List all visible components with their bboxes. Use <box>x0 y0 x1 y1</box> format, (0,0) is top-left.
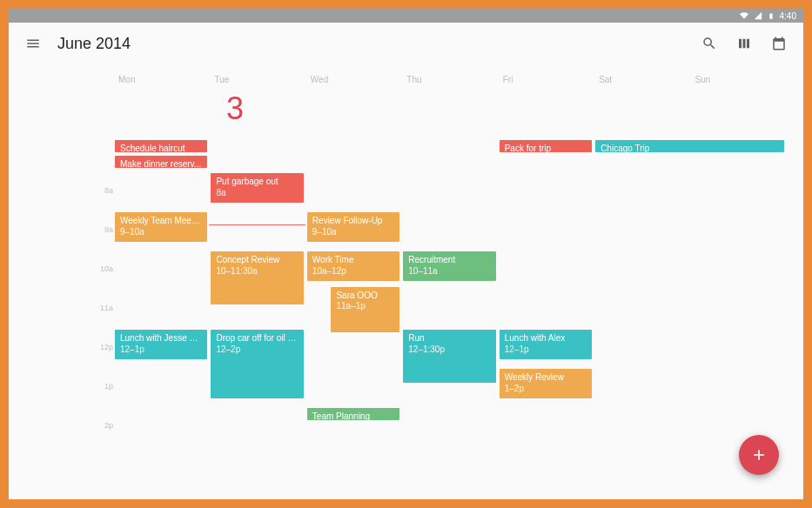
calendar-event[interactable]: Weekly Review1–2p <box>500 369 592 398</box>
day-header: Thu <box>401 75 497 84</box>
wifi-icon <box>740 11 748 20</box>
event-time: 10a–12p <box>312 266 394 277</box>
status-bar: 4:40 <box>9 9 803 23</box>
calendar-event[interactable]: Review Follow-Up9–10a <box>307 212 399 242</box>
view-columns-icon <box>736 36 752 51</box>
event-time: 11a–1p <box>336 301 394 312</box>
event-title: Make dinner reserv... <box>120 159 202 168</box>
time-label: 12p <box>89 343 113 382</box>
calendar-event[interactable]: Lunch with Alex12–1p <box>500 330 592 359</box>
calendar-event[interactable]: Recruitment10–11a <box>403 251 495 281</box>
event-time: 12–2p <box>216 344 298 356</box>
page-title: June 2014 <box>57 35 131 53</box>
calendar-event[interactable]: Put garbage out8a <box>211 173 303 203</box>
event-title: Run <box>408 333 490 344</box>
calendar-event[interactable]: Lunch with Jesse & A...12–1p <box>115 330 207 359</box>
calendar-event[interactable]: Chicago Trip <box>595 140 784 152</box>
day-header: Mon <box>113 75 209 84</box>
event-time: 9–10a <box>312 227 394 238</box>
event-time: 8a <box>216 188 298 199</box>
calendar-event[interactable]: Concept Review10–11:30a <box>211 251 303 304</box>
time-label: 2p <box>89 421 113 460</box>
time-label: 1p <box>89 382 113 421</box>
event-time: 1–2p <box>505 384 587 395</box>
calendar-event[interactable]: Sara OOO11a–1p <box>331 287 399 332</box>
hamburger-icon <box>25 36 41 51</box>
event-title: Concept Review <box>216 255 298 266</box>
plus-icon <box>750 446 768 464</box>
calendar-event[interactable]: Team Planning <box>307 408 399 420</box>
calendar-event[interactable]: Drop car off for oil change12–2p <box>211 330 303 398</box>
event-time: 9–10a <box>120 227 202 238</box>
event-title: Weekly Team Meeting <box>120 216 202 227</box>
day-header: Fri <box>498 75 594 84</box>
battery-icon <box>768 11 775 21</box>
event-time: 10–11:30a <box>216 266 298 277</box>
calendar-event[interactable]: Weekly Team Meeting9–10a <box>115 212 207 242</box>
event-time: 12–1p <box>120 344 202 356</box>
calendar-icon <box>771 36 787 51</box>
day-header: Sun <box>690 75 786 84</box>
time-label: 8a <box>89 186 113 225</box>
day-header: Tue <box>209 75 305 84</box>
event-time: 12–1p <box>505 344 587 356</box>
event-title: Sara OOO <box>336 291 394 302</box>
create-event-fab[interactable] <box>739 435 779 475</box>
view-columns-button[interactable] <box>734 33 755 54</box>
search-icon <box>701 36 717 51</box>
day-header: Wed <box>305 75 401 84</box>
calendar-grid[interactable]: MonTueWedThuFriSatSun 3 8a9a10a11a12p1p2… <box>9 64 803 499</box>
calendar-event[interactable]: Make dinner reserv... <box>115 156 207 168</box>
calendar-event[interactable]: Run12–1:30p <box>403 330 495 383</box>
day-header: Sat <box>594 75 689 84</box>
search-button[interactable] <box>699 33 720 54</box>
today-button[interactable] <box>768 33 789 54</box>
time-label: 10a <box>89 264 113 304</box>
time-labels: 8a9a10a11a12p1p2p <box>89 186 113 460</box>
time-label: 11a <box>89 304 113 343</box>
calendar-event[interactable]: Pack for trip <box>500 140 592 152</box>
event-title: Lunch with Jesse & A... <box>120 333 202 344</box>
event-title: Put garbage out <box>216 177 298 188</box>
calendar-event[interactable]: Schedule haircut <box>115 140 207 152</box>
event-title: Weekly Review <box>505 372 587 384</box>
menu-button[interactable] <box>23 33 44 54</box>
events-layer: Schedule haircutMake dinner reserv...Pac… <box>113 134 786 499</box>
app-bar: June 2014 <box>9 23 803 64</box>
event-time: 12–1:30p <box>408 344 490 356</box>
event-title: Schedule haircut <box>120 144 202 152</box>
event-title: Work Time <box>312 255 394 266</box>
event-title: Lunch with Alex <box>505 333 587 344</box>
selected-date: 3 <box>226 90 244 127</box>
current-time-indicator <box>209 224 305 225</box>
event-title: Team Planning <box>312 411 394 420</box>
event-title: Chicago Trip <box>601 144 779 152</box>
event-title: Recruitment <box>408 255 490 266</box>
event-title: Drop car off for oil change <box>216 333 298 344</box>
clock-text: 4:40 <box>780 11 796 21</box>
event-title: Pack for trip <box>505 144 587 152</box>
time-label: 9a <box>89 225 113 264</box>
event-time: 10–11a <box>408 266 490 277</box>
event-title: Review Follow-Up <box>312 216 394 227</box>
signal-icon <box>754 11 762 20</box>
calendar-event[interactable]: Work Time10a–12p <box>307 251 399 281</box>
day-headers: MonTueWedThuFriSatSun <box>113 75 786 84</box>
